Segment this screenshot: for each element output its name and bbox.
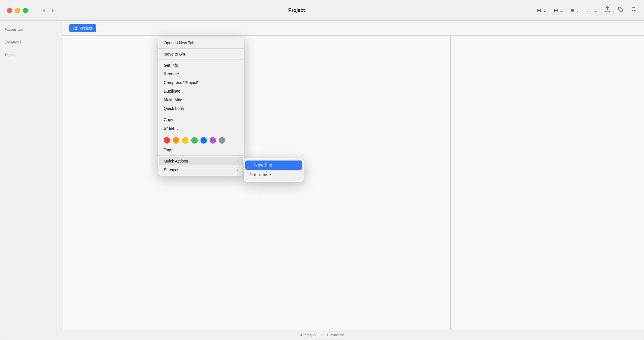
menu-item-open-new-tab-label: Open in New Tab [164,41,194,45]
sidebar-section-locations: Locations [0,40,63,46]
menu-item-rename[interactable]: Rename [159,70,243,78]
back-button[interactable]: ‹ [41,6,47,15]
menu-item-services[interactable]: Services › [159,165,243,174]
color-dot-blue[interactable] [200,137,207,144]
menu-item-tags[interactable]: Tags... [159,146,243,154]
quick-actions-arrow: › [237,159,238,163]
sidebar-section-title-tags: Tags [0,53,63,59]
menu-item-tags-label: Tags... [164,148,176,152]
menu-item-make-alias-label: Make Alias [164,98,183,102]
menu-item-quick-look-label: Quick Look [164,106,184,111]
sidebar: Favourites Locations Tags [0,21,63,330]
window-title: Project [62,7,531,13]
menu-item-copy[interactable]: Copy [159,115,243,124]
main-area: Favourites Locations Tags 🗂 Project [0,21,644,330]
menu-item-quick-look[interactable]: Quick Look [159,104,243,113]
svg-point-0 [632,7,635,11]
grid-button[interactable]: ⊟ ⌄ [554,7,564,14]
traffic-lights [7,8,28,13]
menu-item-copy-label: Copy [164,117,173,122]
submenu-item-new-file-label: New File [254,163,272,168]
menu-item-open-new-tab[interactable]: Open in New Tab [159,39,243,47]
titlebar-actions: ⊞ ⌄ ⊟ ⌄ ≡ ⌄ … ⌄ [537,6,637,14]
list-button[interactable]: ≡ ⌄ [571,7,580,14]
menu-item-share-label: Share... [164,126,178,131]
minimize-button[interactable] [15,8,20,13]
sidebar-section-favourites: Favourites [0,28,63,33]
context-menu: Open in New Tab Move to Bin Get Info Ren… [158,37,244,176]
share-button[interactable] [604,6,611,14]
menu-item-rename-label: Rename [164,72,179,76]
titlebar: ‹ › Project ⊞ ⌄ ⊟ ⌄ ≡ ⌄ … ⌄ [0,0,644,21]
sidebar-section-tags: Tags [0,53,63,59]
divider-2 [450,36,451,330]
search-button[interactable] [631,6,637,14]
finder-window: ‹ › Project ⊞ ⌄ ⊟ ⌄ ≡ ⌄ … ⌄ [0,0,644,340]
menu-item-duplicate-label: Duplicate [164,89,180,93]
close-button[interactable] [7,8,12,13]
services-arrow: › [237,168,238,172]
forward-button[interactable]: › [50,6,56,15]
tag-button[interactable] [618,6,624,14]
status-text: 0 items, 271,38 GB available [300,333,344,337]
submenu-item-customise-label: Customise... [249,172,275,177]
menu-item-compress-label: Compress "Project" [164,80,198,85]
menu-item-quick-actions[interactable]: Quick Actions › [159,157,243,165]
folder-name: Project [80,26,92,30]
color-dot-red[interactable] [164,137,170,144]
separator-5 [158,155,244,156]
layout-button[interactable]: ⊞ ⌄ [537,7,547,14]
color-dot-green[interactable] [191,137,198,144]
plus-icon: + [249,163,251,168]
quick-actions-submenu: + New File Customise... [244,158,304,182]
menu-item-move-to-bin[interactable]: Move to Bin [159,50,243,58]
menu-item-duplicate[interactable]: Duplicate [159,87,243,95]
divider-1 [257,36,257,330]
separator-2 [158,60,244,60]
separator-3 [158,114,244,114]
folder-icon: 🗂 [73,26,77,30]
more-button[interactable]: … ⌄ [587,7,597,14]
submenu-item-new-file[interactable]: + New File [245,161,302,170]
menu-item-get-info-label: Get Info [164,63,178,68]
sidebar-section-title-locations: Locations [0,40,63,46]
menu-item-get-info[interactable]: Get Info [159,61,243,70]
menu-item-move-to-bin-label: Move to Bin [164,52,185,56]
color-dot-orange[interactable] [173,137,179,144]
status-bar: 0 items, 271,38 GB available [0,330,644,340]
submenu-item-customise[interactable]: Customise... [245,170,303,179]
separator-1 [158,48,244,49]
color-dot-yellow[interactable] [182,137,188,144]
menu-item-make-alias[interactable]: Make Alias [159,95,243,104]
menu-item-compress[interactable]: Compress "Project" [159,78,243,87]
menu-item-share[interactable]: Share... [159,124,243,133]
folder-chip[interactable]: 🗂 Project [69,24,96,32]
svg-line-1 [635,10,637,12]
color-dots-row [159,135,243,146]
folder-bar: 🗂 Project [63,21,644,36]
menu-item-services-label: Services [164,167,179,172]
content-area: 🗂 Project Open in New Tab Move to Bin [63,21,644,330]
content-dividers [63,36,644,330]
color-dot-gray[interactable] [219,137,225,144]
nav-buttons: ‹ › [41,6,56,15]
color-dot-purple[interactable] [210,137,216,144]
sidebar-section-title-favourites: Favourites [0,28,63,33]
maximize-button[interactable] [23,8,28,13]
menu-item-quick-actions-label: Quick Actions [164,159,188,163]
separator-4 [158,134,244,134]
